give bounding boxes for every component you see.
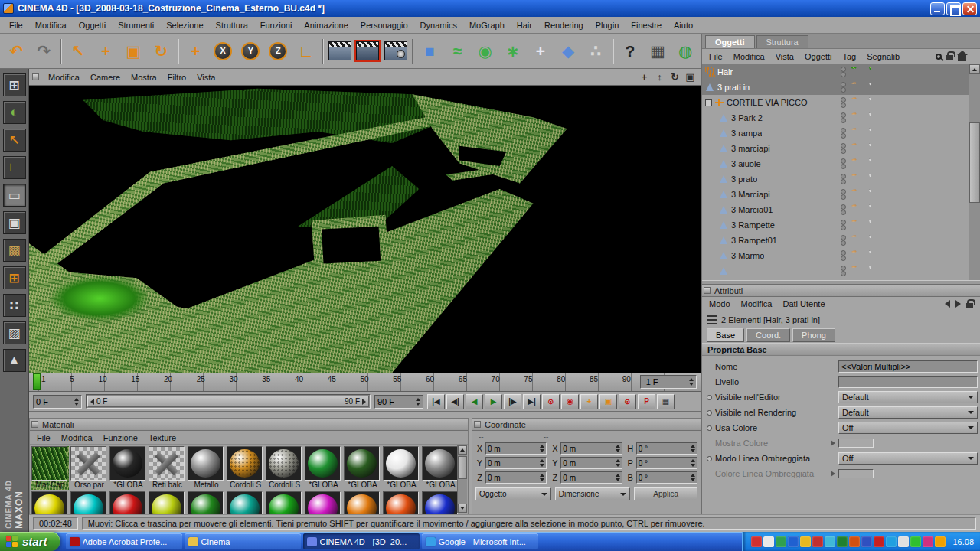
object-tree-row[interactable]: Hair	[702, 64, 969, 80]
material-item[interactable]: Mat Cap	[31, 446, 69, 490]
object-name[interactable]: 3 Marciapi	[731, 190, 770, 199]
viewport-menu-item[interactable]: Modifica	[43, 72, 85, 83]
texture-axis-icon[interactable]: ↖	[3, 129, 26, 152]
material-tag-icon[interactable]	[850, 112, 861, 123]
key-scale-button[interactable]: ▣	[599, 394, 617, 409]
material-thumbnail[interactable]	[344, 491, 380, 514]
range-start-field[interactable]: 0 F	[33, 395, 82, 409]
color-swatch[interactable]	[838, 469, 874, 478]
tray-icon[interactable]	[776, 536, 786, 547]
visibility-dots[interactable]	[838, 266, 848, 276]
animation-dot-icon[interactable]	[707, 395, 712, 400]
texture-tag-icon[interactable]	[863, 220, 874, 230]
viewport-menu-item[interactable]: Vista	[191, 72, 220, 83]
globe-button[interactable]: ◍	[671, 36, 699, 67]
object-tree-row[interactable]: 3 prato	[702, 171, 969, 187]
model-mode-icon[interactable]: ▣	[3, 211, 26, 234]
spinner[interactable]	[616, 445, 620, 452]
toolbar-separator[interactable]	[609, 36, 616, 67]
texture-tag-icon[interactable]	[863, 158, 874, 169]
material-thumbnail[interactable]	[109, 446, 145, 481]
object-manager-menu-item[interactable]: File	[704, 51, 728, 62]
material-thumbnail[interactable]	[266, 491, 302, 514]
toolbar-separator[interactable]	[57, 36, 64, 67]
add-environment-button[interactable]: ◆	[554, 36, 582, 67]
texture-tag-icon[interactable]	[863, 250, 874, 261]
object-name[interactable]: 3 Park 2	[731, 113, 763, 122]
scroll-up-icon[interactable]	[969, 64, 980, 74]
visibility-dots[interactable]	[838, 67, 848, 77]
range-end-field[interactable]: 90 F	[374, 395, 423, 409]
material-item[interactable]	[70, 491, 108, 514]
viewport-menu-item[interactable]: Camere	[85, 72, 126, 83]
material-tag-icon[interactable]	[850, 250, 861, 261]
workplane-mode-icon[interactable]: ⊞	[3, 266, 26, 289]
spinner[interactable]	[689, 378, 694, 386]
minimize-button[interactable]	[930, 2, 945, 15]
lock-icon[interactable]	[966, 303, 973, 308]
menu-item[interactable]: Personaggio	[354, 19, 414, 31]
material-thumbnail[interactable]	[31, 491, 67, 514]
material-thumbnail[interactable]	[188, 446, 224, 481]
attribute-dropdown[interactable]: Off	[838, 452, 978, 465]
menu-item[interactable]: Rendering	[538, 19, 590, 31]
animation-dot-icon[interactable]	[707, 425, 712, 431]
panel-grip[interactable]	[704, 287, 710, 294]
key-position-button[interactable]: +	[580, 394, 598, 409]
toolbar-separator[interactable]	[410, 36, 416, 67]
visibility-dots[interactable]	[838, 112, 848, 123]
undo-icon[interactable]: ↶	[2, 36, 30, 67]
visibility-dots[interactable]	[838, 189, 848, 200]
taskbar-button[interactable]: Cinema	[185, 533, 301, 549]
object-name[interactable]: 3 marciapi	[731, 144, 770, 153]
material-item[interactable]	[383, 491, 420, 514]
add-particles-button[interactable]: ∴	[582, 36, 609, 67]
goto-start-button[interactable]: |◀	[427, 394, 445, 409]
edges-mode-icon[interactable]: ▨	[3, 321, 26, 344]
tray-icon[interactable]	[788, 536, 799, 547]
menu-item[interactable]: MoGraph	[463, 19, 511, 31]
object-tree-row[interactable]: 3 Rampet01	[702, 233, 969, 248]
material-item[interactable]	[344, 491, 381, 514]
live-selection-icon[interactable]: ↖	[64, 36, 92, 67]
history-forward-icon[interactable]	[956, 300, 961, 308]
object-manager-menu-item[interactable]: Tag	[837, 51, 861, 62]
visibility-dots[interactable]	[838, 174, 848, 184]
material-tag-icon[interactable]	[850, 97, 861, 108]
attribute-dropdown[interactable]: Default	[838, 406, 978, 419]
object-tree-row[interactable]: 3 prati in	[702, 80, 969, 95]
attribute-tab[interactable]: Phong	[792, 328, 835, 342]
add-deformer-button[interactable]: +	[527, 36, 554, 67]
object-tree-row[interactable]	[702, 263, 969, 279]
tray-icon[interactable]	[763, 536, 774, 547]
prev-key-button[interactable]: ◀|	[446, 394, 464, 409]
menu-item[interactable]: Finestre	[625, 19, 668, 31]
visibility-dots[interactable]	[838, 143, 848, 154]
object-manager-menu-item[interactable]: Modifica	[728, 51, 770, 62]
spinner[interactable]	[616, 474, 620, 481]
tray-icon[interactable]	[849, 536, 860, 547]
layout-button[interactable]: ▦	[644, 36, 671, 67]
menu-item[interactable]: Animazione	[298, 19, 354, 31]
texture-mode-icon[interactable]: ▩	[3, 239, 26, 262]
menu-item[interactable]: Selezione	[160, 19, 209, 31]
materials-menu-item[interactable]: Modifica	[56, 432, 98, 443]
material-item[interactable]: *GLOBA	[422, 446, 459, 490]
spinner[interactable]	[540, 445, 544, 452]
material-thumbnail[interactable]	[149, 446, 185, 481]
panel-grip[interactable]	[32, 73, 39, 80]
object-tree-row[interactable]: 3 Marcia01	[702, 202, 969, 217]
lock-icon[interactable]	[946, 55, 953, 60]
material-thumbnail[interactable]	[305, 491, 341, 514]
axis-move-icon[interactable]: +	[181, 36, 209, 67]
section-header[interactable]: Proprietà Base	[702, 343, 980, 356]
scroll-down-icon[interactable]	[458, 504, 467, 513]
coord-mode-dropdown[interactable]: Oggetto	[475, 487, 551, 500]
position-field[interactable]: 0 m	[485, 471, 547, 484]
texture-tag-icon[interactable]	[863, 204, 874, 215]
object-name[interactable]: CORTILE VIA PICCO	[727, 98, 808, 107]
object-name[interactable]: 3 aiuole	[731, 159, 761, 168]
viewport-pan-icon[interactable]: +	[638, 71, 651, 83]
position-field[interactable]: 0 m	[485, 442, 547, 455]
color-swatch[interactable]	[838, 439, 874, 448]
